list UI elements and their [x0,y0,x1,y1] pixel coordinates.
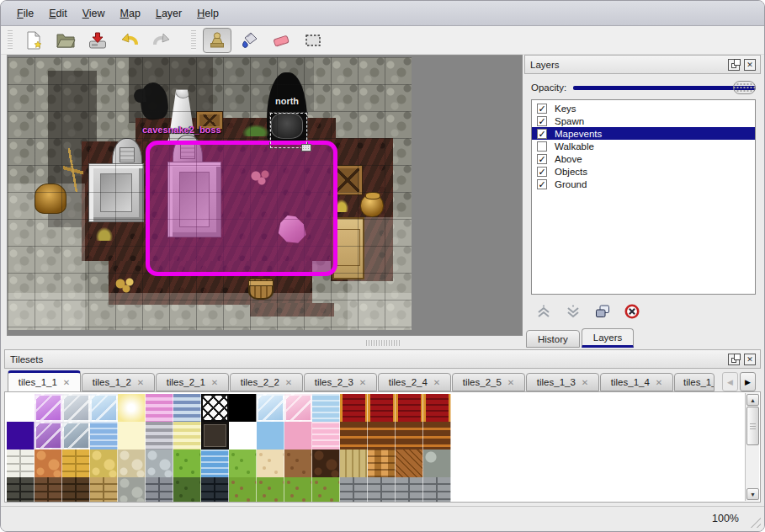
event-selection[interactable] [146,141,337,276]
tileset-tab-tiles_2_1[interactable]: tiles_2_1✕ [156,373,229,391]
tile-swatch[interactable] [201,422,229,450]
layer-visibility-checkbox[interactable]: ✓ [537,104,547,114]
tile-swatch[interactable] [340,394,368,422]
tile-swatch[interactable] [312,422,340,450]
tile-swatch[interactable] [229,394,257,422]
lower-layer-button[interactable] [564,302,582,321]
tab-scroll-left-button[interactable]: ◀ [722,372,738,391]
layer-row-objects[interactable]: ✓Objects [532,165,755,178]
map-viewport[interactable]: north cavesnake2_boss [7,55,523,336]
tile-swatch[interactable] [229,477,257,503]
float-panel-button[interactable] [728,59,740,71]
layer-visibility-checkbox[interactable]: ✓ [537,116,547,126]
tileset-tab-tiles_1_[interactable]: tiles_1_ [674,373,715,391]
new-file-button[interactable] [19,28,48,53]
tile-swatch[interactable] [35,450,62,477]
tile-palette[interactable]: ▲ ▼ [4,391,761,503]
close-tab-icon[interactable]: ✕ [582,378,588,387]
tile-swatch[interactable] [312,394,340,422]
tile-swatch[interactable] [201,394,229,422]
save-button[interactable] [83,28,112,53]
tile-swatch[interactable] [396,422,423,450]
tile-swatch[interactable] [423,422,451,450]
tile-swatch[interactable] [423,450,451,477]
tile-swatch[interactable] [62,450,90,477]
layer-row-spawn[interactable]: ✓Spawn [532,114,755,127]
close-tab-icon[interactable]: ✕ [359,378,366,387]
tile-swatch[interactable] [396,477,423,503]
raise-layer-button[interactable] [534,302,553,321]
menu-view[interactable]: View [75,5,113,22]
tileset-tab-tiles_2_4[interactable]: tiles_2_4✕ [378,373,451,391]
layer-row-ground[interactable]: ✓Ground [532,178,755,190]
layer-visibility-checkbox[interactable]: ✓ [537,154,547,164]
tile-swatch[interactable] [368,450,396,477]
tile-swatch[interactable] [396,450,423,477]
layer-visibility-checkbox[interactable] [537,141,547,152]
close-tab-icon[interactable]: ✕ [433,378,440,387]
tile-swatch[interactable] [7,422,35,450]
tile-swatch[interactable] [312,477,340,503]
eraser-button[interactable] [267,28,295,53]
tile-swatch[interactable] [312,450,340,477]
menu-help[interactable]: Help [189,5,226,22]
layers-panel-header[interactable]: Layers ✕ [524,55,761,74]
tile-swatch[interactable] [368,422,396,450]
tile-swatch[interactable] [173,477,201,503]
tile-swatch[interactable] [201,450,229,477]
tileset-tab-tiles_2_3[interactable]: tiles_2_3✕ [304,373,377,391]
tile-swatch[interactable] [146,422,173,450]
delete-layer-button[interactable] [623,302,641,321]
palette-scrollbar[interactable]: ▲ ▼ [745,393,759,501]
tile-swatch[interactable] [173,422,201,450]
tile-swatch[interactable] [201,477,229,503]
menu-map[interactable]: Map [113,5,148,22]
tile-swatch[interactable] [229,422,257,450]
tile-swatch[interactable] [35,422,62,450]
float-panel-button[interactable] [728,354,740,365]
tile-swatch[interactable] [7,477,35,503]
opacity-slider-handle[interactable] [733,81,756,94]
tile-swatch[interactable] [173,394,201,422]
opacity-slider[interactable] [573,81,756,94]
tile-swatch[interactable] [118,450,146,477]
dock-tab-history[interactable]: History [526,330,580,348]
tab-scroll-right-button[interactable]: ▶ [740,372,756,391]
tile-swatch[interactable] [396,394,423,422]
close-panel-button[interactable]: ✕ [744,354,756,365]
layer-row-mapevents[interactable]: ✓Mapevents [532,127,755,140]
tile-swatch[interactable] [257,394,284,422]
rect-select-button[interactable] [299,28,327,53]
tile-swatch[interactable] [62,394,90,422]
tile-swatch[interactable] [173,450,201,477]
tile-swatch[interactable] [284,394,312,422]
selection-resize-handle[interactable] [301,144,311,152]
tile-swatch[interactable] [62,477,90,503]
tile-swatch[interactable] [90,394,118,422]
close-tab-icon[interactable]: ✕ [285,378,292,387]
toolbar-grip[interactable] [8,30,13,51]
open-folder-button[interactable] [51,28,80,53]
tile-swatch[interactable] [284,477,312,503]
scrollbar-thumb[interactable] [746,407,759,445]
close-tab-icon[interactable]: ✕ [211,378,218,387]
splitter-grip[interactable] [366,340,401,346]
close-panel-button[interactable]: ✕ [744,59,756,71]
stamp-button[interactable] [203,28,231,53]
fill-bucket-button[interactable] [235,28,263,53]
close-tab-icon[interactable]: ✕ [507,378,514,387]
tile-swatch[interactable] [284,422,312,450]
layer-row-keys[interactable]: ✓Keys [532,102,755,114]
tile-swatch[interactable] [118,394,146,422]
menu-edit[interactable]: Edit [41,5,75,22]
window-resize-grip[interactable] [746,513,761,528]
tile-swatch[interactable] [146,394,173,422]
undo-button[interactable] [115,28,144,53]
tile-swatch[interactable] [35,477,62,503]
tile-swatch[interactable] [7,450,35,477]
tile-swatch[interactable] [118,422,146,450]
tile-swatch[interactable] [340,450,368,477]
tile-swatch[interactable] [90,477,118,503]
entrance-selection-marker[interactable] [270,113,307,148]
tile-swatch[interactable] [7,394,35,422]
